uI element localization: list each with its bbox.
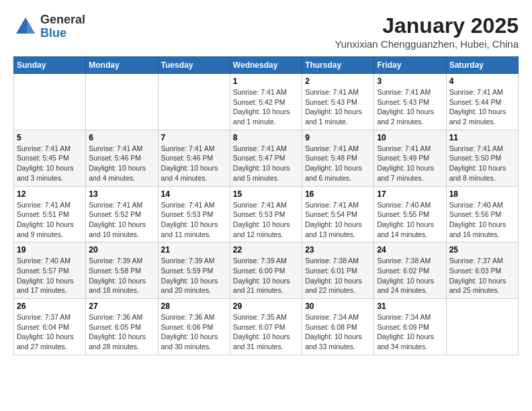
day-number: 6 bbox=[89, 133, 154, 142]
day-info: Sunrise: 7:34 AM Sunset: 6:08 PM Dayligh… bbox=[305, 312, 371, 352]
calendar-week-row: 26Sunrise: 7:37 AM Sunset: 6:04 PM Dayli… bbox=[14, 299, 519, 355]
weekday-header: Tuesday bbox=[158, 57, 230, 74]
day-info: Sunrise: 7:41 AM Sunset: 5:50 PM Dayligh… bbox=[449, 144, 515, 183]
calendar-week-row: 1Sunrise: 7:41 AM Sunset: 5:42 PM Daylig… bbox=[14, 74, 519, 130]
calendar-cell: 16Sunrise: 7:41 AM Sunset: 5:54 PM Dayli… bbox=[302, 186, 374, 242]
day-number: 22 bbox=[233, 245, 299, 255]
day-number: 25 bbox=[449, 245, 515, 255]
calendar-cell: 27Sunrise: 7:36 AM Sunset: 6:05 PM Dayli… bbox=[86, 299, 158, 355]
day-info: Sunrise: 7:41 AM Sunset: 5:42 PM Dayligh… bbox=[233, 87, 299, 127]
calendar-cell bbox=[446, 299, 518, 355]
logo-blue-text: Blue bbox=[40, 27, 85, 40]
day-info: Sunrise: 7:41 AM Sunset: 5:46 PM Dayligh… bbox=[89, 144, 154, 183]
calendar-cell: 19Sunrise: 7:40 AM Sunset: 5:57 PM Dayli… bbox=[14, 242, 86, 299]
day-info: Sunrise: 7:38 AM Sunset: 6:02 PM Dayligh… bbox=[377, 256, 443, 295]
calendar-week-row: 5Sunrise: 7:41 AM Sunset: 5:45 PM Daylig… bbox=[14, 130, 519, 186]
logo-text: General Blue bbox=[40, 13, 85, 40]
day-number: 19 bbox=[17, 245, 83, 255]
day-number: 15 bbox=[233, 189, 299, 199]
day-info: Sunrise: 7:41 AM Sunset: 5:43 PM Dayligh… bbox=[305, 87, 371, 127]
calendar-cell: 11Sunrise: 7:41 AM Sunset: 5:50 PM Dayli… bbox=[446, 130, 518, 186]
day-number: 14 bbox=[161, 189, 227, 199]
day-info: Sunrise: 7:39 AM Sunset: 6:00 PM Dayligh… bbox=[233, 256, 299, 295]
calendar-cell: 14Sunrise: 7:41 AM Sunset: 5:53 PM Dayli… bbox=[158, 186, 230, 242]
day-info: Sunrise: 7:41 AM Sunset: 5:53 PM Dayligh… bbox=[161, 200, 227, 240]
day-info: Sunrise: 7:40 AM Sunset: 5:55 PM Dayligh… bbox=[377, 200, 443, 240]
day-number: 7 bbox=[161, 133, 227, 142]
day-number: 21 bbox=[161, 245, 227, 255]
day-number: 20 bbox=[89, 245, 154, 255]
calendar-cell: 10Sunrise: 7:41 AM Sunset: 5:49 PM Dayli… bbox=[374, 130, 446, 186]
day-number: 23 bbox=[305, 245, 371, 255]
day-number: 10 bbox=[377, 133, 443, 142]
calendar-cell: 2Sunrise: 7:41 AM Sunset: 5:43 PM Daylig… bbox=[302, 74, 374, 130]
calendar-cell: 28Sunrise: 7:36 AM Sunset: 6:06 PM Dayli… bbox=[158, 299, 230, 355]
day-number: 4 bbox=[449, 77, 515, 86]
calendar-cell: 9Sunrise: 7:41 AM Sunset: 5:48 PM Daylig… bbox=[302, 130, 374, 186]
day-info: Sunrise: 7:35 AM Sunset: 6:07 PM Dayligh… bbox=[233, 312, 299, 352]
day-number: 29 bbox=[233, 302, 299, 311]
day-info: Sunrise: 7:37 AM Sunset: 6:03 PM Dayligh… bbox=[449, 256, 515, 295]
calendar-cell: 15Sunrise: 7:41 AM Sunset: 5:53 PM Dayli… bbox=[230, 186, 302, 242]
day-number: 2 bbox=[305, 77, 371, 86]
day-number: 13 bbox=[89, 189, 154, 199]
calendar-cell: 7Sunrise: 7:41 AM Sunset: 5:46 PM Daylig… bbox=[158, 130, 230, 186]
calendar-title: January 2025 bbox=[335, 13, 519, 38]
weekday-header: Saturday bbox=[446, 57, 518, 74]
weekday-header: Sunday bbox=[14, 57, 86, 74]
day-number: 5 bbox=[17, 133, 83, 142]
calendar-cell: 1Sunrise: 7:41 AM Sunset: 5:42 PM Daylig… bbox=[230, 74, 302, 130]
day-info: Sunrise: 7:36 AM Sunset: 6:05 PM Dayligh… bbox=[89, 312, 154, 352]
page-header: General Blue January 2025 Yunxixian Chen… bbox=[13, 13, 519, 50]
day-number: 9 bbox=[305, 133, 371, 142]
calendar-cell: 12Sunrise: 7:41 AM Sunset: 5:51 PM Dayli… bbox=[14, 186, 86, 242]
day-info: Sunrise: 7:41 AM Sunset: 5:47 PM Dayligh… bbox=[233, 144, 299, 183]
day-info: Sunrise: 7:40 AM Sunset: 5:57 PM Dayligh… bbox=[17, 256, 83, 295]
calendar-week-row: 12Sunrise: 7:41 AM Sunset: 5:51 PM Dayli… bbox=[14, 186, 519, 242]
day-number: 24 bbox=[377, 245, 443, 255]
day-info: Sunrise: 7:41 AM Sunset: 5:43 PM Dayligh… bbox=[377, 87, 443, 127]
day-info: Sunrise: 7:38 AM Sunset: 6:01 PM Dayligh… bbox=[305, 256, 371, 295]
day-info: Sunrise: 7:41 AM Sunset: 5:45 PM Dayligh… bbox=[17, 144, 83, 183]
calendar-cell: 25Sunrise: 7:37 AM Sunset: 6:03 PM Dayli… bbox=[446, 242, 518, 299]
day-info: Sunrise: 7:41 AM Sunset: 5:52 PM Dayligh… bbox=[89, 200, 154, 240]
day-info: Sunrise: 7:36 AM Sunset: 6:06 PM Dayligh… bbox=[161, 312, 227, 352]
day-info: Sunrise: 7:41 AM Sunset: 5:49 PM Dayligh… bbox=[377, 144, 443, 183]
calendar-cell: 22Sunrise: 7:39 AM Sunset: 6:00 PM Dayli… bbox=[230, 242, 302, 299]
calendar-cell: 20Sunrise: 7:39 AM Sunset: 5:58 PM Dayli… bbox=[86, 242, 158, 299]
calendar-cell: 21Sunrise: 7:39 AM Sunset: 5:59 PM Dayli… bbox=[158, 242, 230, 299]
calendar-cell: 29Sunrise: 7:35 AM Sunset: 6:07 PM Dayli… bbox=[230, 299, 302, 355]
calendar-cell: 5Sunrise: 7:41 AM Sunset: 5:45 PM Daylig… bbox=[14, 130, 86, 186]
day-info: Sunrise: 7:39 AM Sunset: 5:59 PM Dayligh… bbox=[161, 256, 227, 295]
day-number: 1 bbox=[233, 77, 299, 86]
day-info: Sunrise: 7:41 AM Sunset: 5:46 PM Dayligh… bbox=[161, 144, 227, 183]
weekday-header: Friday bbox=[374, 57, 446, 74]
calendar-cell: 4Sunrise: 7:41 AM Sunset: 5:44 PM Daylig… bbox=[446, 74, 518, 130]
day-info: Sunrise: 7:41 AM Sunset: 5:54 PM Dayligh… bbox=[305, 200, 371, 240]
day-number: 31 bbox=[377, 302, 443, 311]
day-info: Sunrise: 7:40 AM Sunset: 5:56 PM Dayligh… bbox=[449, 200, 515, 240]
day-info: Sunrise: 7:34 AM Sunset: 6:09 PM Dayligh… bbox=[377, 312, 443, 352]
calendar-week-row: 19Sunrise: 7:40 AM Sunset: 5:57 PM Dayli… bbox=[14, 242, 519, 299]
calendar-cell: 8Sunrise: 7:41 AM Sunset: 5:47 PM Daylig… bbox=[230, 130, 302, 186]
day-number: 17 bbox=[377, 189, 443, 199]
calendar-cell: 17Sunrise: 7:40 AM Sunset: 5:55 PM Dayli… bbox=[374, 186, 446, 242]
day-number: 16 bbox=[305, 189, 371, 199]
calendar-cell bbox=[14, 74, 86, 130]
logo: General Blue bbox=[13, 13, 85, 40]
weekday-header: Monday bbox=[86, 57, 158, 74]
calendar-table: SundayMondayTuesdayWednesdayThursdayFrid… bbox=[13, 56, 519, 355]
weekday-header: Thursday bbox=[302, 57, 374, 74]
day-number: 27 bbox=[89, 302, 154, 311]
weekday-header-row: SundayMondayTuesdayWednesdayThursdayFrid… bbox=[14, 57, 519, 74]
calendar-cell bbox=[86, 74, 158, 130]
day-number: 3 bbox=[377, 77, 443, 86]
calendar-cell: 6Sunrise: 7:41 AM Sunset: 5:46 PM Daylig… bbox=[86, 130, 158, 186]
day-number: 12 bbox=[17, 189, 83, 199]
calendar-subtitle: Yunxixian Chengguanzhen, Hubei, China bbox=[335, 38, 519, 50]
weekday-header: Wednesday bbox=[230, 57, 302, 74]
calendar-cell bbox=[158, 74, 230, 130]
day-info: Sunrise: 7:39 AM Sunset: 5:58 PM Dayligh… bbox=[89, 256, 154, 295]
calendar-cell: 31Sunrise: 7:34 AM Sunset: 6:09 PM Dayli… bbox=[374, 299, 446, 355]
calendar-cell: 3Sunrise: 7:41 AM Sunset: 5:43 PM Daylig… bbox=[374, 74, 446, 130]
